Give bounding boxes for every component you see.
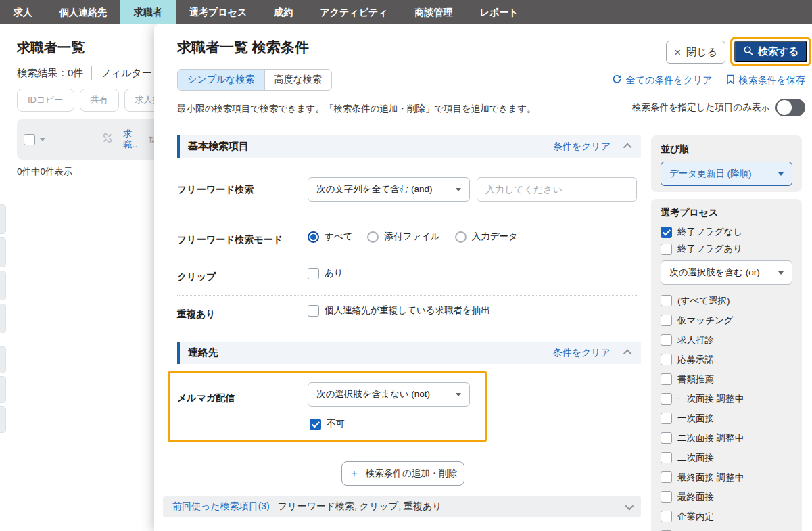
select-menu-caret-icon[interactable] <box>40 138 45 141</box>
sort-select[interactable]: データ更新日 (降順) <box>661 162 792 186</box>
divider <box>177 126 806 126</box>
add-remove-conditions-label: 検索条件の追加・削除 <box>366 467 457 480</box>
freeword-mode-options: すべて 添付ファイル 入力データ <box>308 229 518 244</box>
radio-option-attachments[interactable]: 添付ファイル <box>367 231 439 243</box>
edge-panel-item <box>0 271 6 300</box>
close-button[interactable]: × 閉じる <box>666 41 725 64</box>
process-option[interactable]: 最終面接 <box>661 487 792 507</box>
mail-magazine-operator-value: 次の選択肢を含まない (not) <box>316 388 430 400</box>
selection-process-title: 選考プロセス <box>661 207 792 219</box>
checkbox-checked[interactable] <box>310 419 321 430</box>
process-option[interactable]: 求人打診 <box>661 330 792 350</box>
freeword-mode-label: フリーワード検索モード <box>177 234 283 246</box>
radio-selected[interactable] <box>308 231 319 243</box>
checkbox[interactable] <box>661 354 672 365</box>
radio-option-all[interactable]: すべて <box>308 231 352 243</box>
process-option[interactable]: 一次面接 調整中 <box>661 389 792 409</box>
duplicate-option[interactable]: 個人連絡先が重複している求職者を抽出 <box>308 304 490 317</box>
checkbox[interactable] <box>661 413 672 424</box>
last-used-conditions-bar[interactable]: 前回使った検索項目(3) フリーワード検索, クリップ, 重複あり <box>163 496 641 517</box>
column-header-candidate[interactable]: 求職‥ <box>123 129 143 151</box>
toggle-label: 検索条件を指定した項目のみ表示 <box>632 101 770 114</box>
add-remove-conditions-button[interactable]: ＋ 検索条件の追加・削除 <box>341 461 464 486</box>
process-option[interactable]: 応募承諾 <box>661 350 792 369</box>
checkbox-checked[interactable] <box>661 227 672 238</box>
nav-item-personal-contacts[interactable]: 個人連絡先 <box>46 0 120 24</box>
section-contact-title: 連絡先 <box>188 346 553 359</box>
nav-item-jobs[interactable]: 求人 <box>0 0 46 24</box>
nav-item-candidates[interactable]: 求職者 <box>120 0 176 24</box>
section-basic-title: 基本検索項目 <box>188 140 553 153</box>
process-option-label: 二次面接 <box>677 452 714 464</box>
process-option[interactable]: 書類推薦 <box>661 369 792 389</box>
checkbox[interactable] <box>661 295 672 306</box>
filter-label[interactable]: フィルター <box>100 67 151 80</box>
checkbox[interactable] <box>661 511 672 522</box>
edge-panel-item <box>0 304 6 333</box>
process-option-label: 仮マッチング <box>677 315 734 327</box>
unlink-icon <box>102 133 113 146</box>
nav-item-report[interactable]: レポート <box>467 0 532 24</box>
mail-magazine-label: メルマガ配信 <box>177 392 235 405</box>
checkbox[interactable] <box>661 393 672 405</box>
last-used-items: フリーワード検索, クリップ, 重複あり <box>278 501 442 513</box>
freeword-input[interactable] <box>477 177 637 202</box>
process-option[interactable]: (すべて選択) <box>661 291 792 310</box>
nav-item-activity[interactable]: アクティビティ <box>306 0 401 24</box>
show-only-specified-toggle[interactable] <box>775 99 805 116</box>
nav-item-placements[interactable]: 成約 <box>260 0 306 24</box>
process-operator-select[interactable]: 次の選択肢を含む (or) <box>661 260 792 285</box>
nav-item-selection-process[interactable]: 選考プロセス <box>176 0 260 24</box>
checkbox[interactable] <box>661 491 672 503</box>
top-nav: 求人 個人連絡先 求職者 選考プロセス 成約 アクティビティ 商談管理 レポート <box>0 0 812 24</box>
last-used-label: 前回使った検索項目(3) <box>172 501 270 513</box>
process-option-label: 一次面接 <box>677 413 714 425</box>
checkbox[interactable] <box>661 471 672 483</box>
checkbox[interactable] <box>661 373 672 385</box>
process-option[interactable]: 一次面接 <box>661 409 792 428</box>
clear-all-conditions-link[interactable]: 全ての条件をクリア <box>612 74 713 87</box>
chevron-up-icon[interactable] <box>623 350 632 359</box>
checkbox[interactable] <box>661 452 672 463</box>
nav-item-deal-management[interactable]: 商談管理 <box>402 0 467 24</box>
radio[interactable] <box>455 231 467 243</box>
rows-summary: 0件中0件表示 <box>17 166 73 178</box>
plus-icon: ＋ <box>349 468 360 479</box>
process-option[interactable]: 最終面接 調整中 <box>661 467 792 487</box>
mail-magazine-operator-select[interactable]: 次の選択肢を含まない (not) <box>308 382 470 407</box>
process-option[interactable]: 企業内定 <box>661 507 792 526</box>
chevron-down-icon[interactable] <box>625 501 634 510</box>
clear-all-conditions-label: 全ての条件をクリア <box>626 74 713 87</box>
select-all-checkbox[interactable] <box>24 134 35 145</box>
save-search-conditions-link[interactable]: 検索条件を保存 <box>726 74 805 87</box>
share-button[interactable]: 共有 <box>80 89 119 112</box>
process-option[interactable]: 仮マッチング <box>661 310 792 330</box>
end-flag-none-label: 終了フラグなし <box>677 226 742 238</box>
process-option[interactable]: 二次面接 調整中 <box>661 428 792 448</box>
checkbox[interactable] <box>308 268 319 279</box>
mail-magazine-option[interactable]: 不可 <box>310 418 345 430</box>
chevron-up-icon[interactable] <box>623 143 632 152</box>
tab-advanced-search[interactable]: 高度な検索 <box>264 70 331 90</box>
checkbox[interactable] <box>661 315 672 326</box>
edge-panel-item <box>0 406 6 433</box>
radio-option-input-data[interactable]: 入力データ <box>455 231 518 243</box>
modal-title: 求職者一覧 検索条件 <box>177 38 309 57</box>
checkbox[interactable] <box>661 334 672 346</box>
clip-option[interactable]: あり <box>308 267 343 279</box>
tab-simple-search[interactable]: シンプルな検索 <box>178 70 264 90</box>
section-contact-clear-link[interactable]: 条件をクリア <box>553 347 611 359</box>
search-button[interactable]: 検索する <box>734 41 807 62</box>
id-copy-button[interactable]: IDコピー <box>17 89 74 112</box>
checkbox[interactable] <box>661 432 672 444</box>
section-basic-clear-link[interactable]: 条件をクリア <box>553 141 611 153</box>
end-flag-set-option[interactable]: 終了フラグあり <box>661 243 792 255</box>
process-option[interactable]: 内定承諾 <box>661 526 792 531</box>
checkbox[interactable] <box>308 305 319 317</box>
process-option[interactable]: 二次面接 <box>661 448 792 467</box>
radio[interactable] <box>367 231 379 243</box>
freeword-operator-select[interactable]: 次の文字列を全て含む (and) <box>308 177 470 202</box>
process-option-label: 一次面接 調整中 <box>677 393 744 405</box>
checkbox[interactable] <box>661 244 672 255</box>
end-flag-none-option[interactable]: 終了フラグなし <box>661 226 792 238</box>
